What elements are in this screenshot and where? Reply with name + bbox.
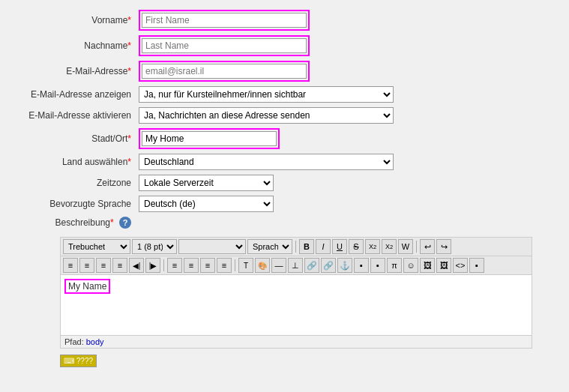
beschreibung-label: Beschreibung <box>55 217 110 228</box>
email-aktivieren-label: E-Mail-Adresse aktivieren <box>15 105 135 126</box>
keyboard-button[interactable]: ⌨ ???? <box>60 355 97 367</box>
size-select[interactable]: 1 (8 pt) <box>132 239 177 254</box>
font-select[interactable]: Trebuchet <box>63 239 130 254</box>
land-required: * <box>127 157 131 167</box>
special-w-button[interactable]: W <box>398 239 413 254</box>
italic-button[interactable]: I <box>316 239 331 254</box>
sprache-select[interactable]: Deutsch (de) <box>139 196 274 212</box>
nachname-label-cell: Nachname* <box>15 33 135 58</box>
align-right-button[interactable]: ≡ <box>96 258 111 273</box>
table-button[interactable]: ▪ <box>354 258 369 273</box>
page: Vorname* Nachname* <box>0 0 569 392</box>
toolbar-sep2 <box>416 241 417 253</box>
vorname-required: * <box>127 15 131 25</box>
zeitzone-select-cell: Lokale Serverzeit <box>135 172 554 193</box>
stadt-required: * <box>127 133 131 144</box>
unlink-button[interactable]: 🔗 <box>321 258 336 273</box>
stadt-input[interactable] <box>142 131 277 146</box>
email-aktivieren-row: E-Mail-Adresse aktivieren Ja, Nachrichte… <box>15 105 554 126</box>
sprache-label-cell: Bevorzugte Sprache <box>15 193 135 214</box>
embed-button[interactable]: 🖼 <box>420 258 435 273</box>
special-char-button[interactable]: ⊥ <box>288 258 303 273</box>
editor-toolbar2: ≡ ≡ ≡ ≡ ◀| |▶ ≡ ≡ ≡ ≡ T 🎨 — ⊥ 🔗 🔗 ⚓ ▪ ▪ … <box>61 256 532 275</box>
lang-select[interactable]: Sprache <box>247 239 292 254</box>
format-select[interactable] <box>178 239 246 254</box>
indent-right-button[interactable]: |▶ <box>145 258 160 273</box>
superscript-button[interactable]: X2 <box>382 239 397 254</box>
sprache-row: Bevorzugte Sprache Deutsch (de) <box>15 193 554 214</box>
anchor-button[interactable]: ⚓ <box>337 258 352 273</box>
vorname-label-cell: Vorname* <box>15 7 135 33</box>
editor-wrapper: Trebuchet 1 (8 pt) Sprache B I U S X2 X2… <box>60 237 532 349</box>
vorname-input-cell <box>135 7 313 33</box>
email-anzeigen-select-cell: Ja, nur für Kursteilnehmer/innen sichtba… <box>135 84 554 105</box>
sprache-label: Bevorzugte Sprache <box>49 199 131 209</box>
undo-button[interactable]: ↩ <box>420 239 435 254</box>
land-select[interactable]: Deutschland <box>139 154 394 170</box>
editor-content[interactable]: My Name <box>61 275 532 335</box>
beschreibung-required: * <box>110 217 114 228</box>
body-link[interactable]: body <box>86 337 104 346</box>
hr-button[interactable]: — <box>271 258 286 273</box>
email-aktivieren-select[interactable]: Ja, Nachrichten an diese Adresse senden <box>139 107 394 124</box>
indent-left-button[interactable]: ◀| <box>129 258 144 273</box>
redo-button[interactable]: ↪ <box>436 239 451 254</box>
email-row: E-Mail-Adresse* <box>15 58 313 84</box>
zeitzone-row: Zeitzone Lokale Serverzeit <box>15 172 554 193</box>
path-label: Pfad: <box>64 337 84 346</box>
vorname-row: Vorname* <box>15 7 313 33</box>
strikethrough-button[interactable]: S <box>349 239 364 254</box>
bg-color-button[interactable]: 🎨 <box>255 258 270 273</box>
email-input-cell <box>135 58 313 84</box>
smiley-button[interactable]: ☺ <box>403 258 418 273</box>
vorname-label: Vorname <box>91 15 127 25</box>
group-row: Vorname* Nachname* <box>15 7 554 84</box>
math-button[interactable]: π <box>387 258 402 273</box>
underline-button[interactable]: U <box>332 239 347 254</box>
toolbar-sep3 <box>163 259 164 271</box>
text-color-button[interactable]: T <box>238 258 253 273</box>
source-button[interactable]: <> <box>453 258 468 273</box>
align-left-button[interactable]: ≡ <box>63 258 78 273</box>
beschreibung-editor-cell <box>135 214 554 231</box>
email-label: E-Mail-Adresse <box>66 66 127 76</box>
link-button[interactable]: 🔗 <box>304 258 319 273</box>
keyboard-button-wrapper: ⌨ ???? <box>60 352 554 367</box>
zeitzone-select[interactable]: Lokale Serverzeit <box>139 175 274 191</box>
email-label-cell: E-Mail-Adresse* <box>15 58 135 84</box>
align-justify-button[interactable]: ≡ <box>112 258 127 273</box>
list-ol-button[interactable]: ≡ <box>167 258 182 273</box>
sprache-select-cell: Deutsch (de) <box>135 193 554 214</box>
vorname-input[interactable] <box>142 13 307 28</box>
stadt-input-cell <box>135 126 554 151</box>
land-select-cell: Deutschland <box>135 151 554 172</box>
email-anzeigen-label: E-Mail-Adresse anzeigen <box>15 84 135 105</box>
nachname-row: Nachname* <box>15 33 313 58</box>
stadt-label-cell: Stadt/Ort* <box>15 126 135 151</box>
editor-text: My Name <box>64 279 110 294</box>
beschreibung-label-cell: Beschreibung* ? <box>15 214 135 231</box>
form-table: Vorname* Nachname* <box>15 7 554 231</box>
email-anzeigen-row: E-Mail-Adresse anzeigen Ja, nur für Kurs… <box>15 84 554 105</box>
list-indent-button[interactable]: ≡ <box>200 258 215 273</box>
subscript-button[interactable]: X2 <box>365 239 380 254</box>
nachname-input-cell <box>135 33 313 58</box>
bold-button[interactable]: B <box>299 239 314 254</box>
list-ul-button[interactable]: ≡ <box>184 258 199 273</box>
email-aktivieren-select-cell: Ja, Nachrichten an diese Adresse senden <box>135 105 554 126</box>
media-button[interactable]: 🖼 <box>436 258 451 273</box>
nachname-input[interactable] <box>142 38 307 53</box>
image-button[interactable]: ▪ <box>370 258 385 273</box>
email-input[interactable] <box>142 64 307 79</box>
align-center-button[interactable]: ≡ <box>79 258 94 273</box>
info-icon[interactable]: ? <box>119 217 131 229</box>
stadt-label: Stadt/Ort <box>91 133 127 144</box>
email-anzeigen-select[interactable]: Ja, nur für Kursteilnehmer/innen sichtba… <box>139 86 394 103</box>
land-row: Land auswählen* Deutschland <box>15 151 554 172</box>
editor-footer: Pfad: body <box>61 335 532 348</box>
expand-button[interactable]: ▪ <box>469 258 484 273</box>
beschreibung-row: Beschreibung* ? <box>15 214 554 231</box>
list-outdent-button[interactable]: ≡ <box>217 258 232 273</box>
editor-toolbar1: Trebuchet 1 (8 pt) Sprache B I U S X2 X2… <box>61 238 532 256</box>
toolbar-sep1 <box>295 241 296 253</box>
